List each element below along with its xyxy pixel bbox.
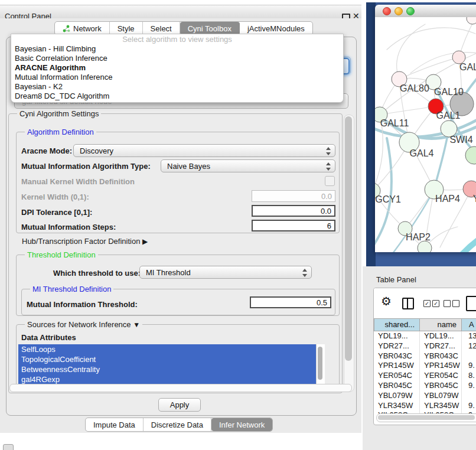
tab-label: Discretize Data xyxy=(151,420,203,429)
manual-kernel-checkbox[interactable] xyxy=(325,176,335,186)
node-label: GAL1 xyxy=(436,110,461,120)
deselect-all-icon[interactable] xyxy=(444,300,459,307)
attribute-item-selected[interactable]: SelfLoops xyxy=(18,344,323,354)
checked-box-icon: ✓ xyxy=(423,300,431,307)
threshold-definition-title: Threshold Definition xyxy=(25,250,98,259)
column-header-A[interactable]: A xyxy=(462,318,476,331)
table-row[interactable]: YER054CYER054C8. xyxy=(374,371,476,381)
tab-impute-data[interactable]: Impute Data xyxy=(86,418,144,431)
table-row[interactable]: YBL079WYBL079W xyxy=(374,391,476,401)
algorithm-option[interactable]: Basic Correlation Inference xyxy=(11,54,343,63)
close-traffic-light[interactable] xyxy=(383,7,391,15)
table-cell xyxy=(462,351,476,361)
tab-style[interactable]: Style xyxy=(110,22,143,35)
unchecked-box-icon xyxy=(444,300,451,307)
network-graph: GALGAL80GAL10GAL1GAL11SWI4GAL4GCY1HAP4YH… xyxy=(375,17,476,252)
aracne-mode-select[interactable]: Discovery xyxy=(73,144,335,157)
select-all-icon[interactable]: ✓✓ xyxy=(423,300,439,307)
collapse-down-icon: ▼ xyxy=(133,321,140,329)
node-label: GAL4 xyxy=(410,148,434,158)
mi-threshold-input[interactable] xyxy=(250,296,331,308)
mi-steps-input[interactable] xyxy=(252,220,335,231)
attribute-item-selected[interactable]: gal4RGexp xyxy=(18,374,323,384)
table-cell: 9. xyxy=(462,361,476,371)
table-horizontal-scrollbar-thumb[interactable] xyxy=(378,415,475,420)
node-label: HAP4 xyxy=(435,194,460,204)
node-partial-top[interactable] xyxy=(467,17,476,24)
mi-algorithm-type-select[interactable]: Naive Bayes xyxy=(161,159,335,172)
algorithm-option[interactable]: ARACNE Algorithm xyxy=(11,63,343,73)
which-threshold-label: Which threshold to use: xyxy=(53,269,141,278)
minimized-panel-icon[interactable] xyxy=(3,444,14,450)
tab-network[interactable]: Network xyxy=(55,22,110,35)
table-row[interactable]: YBR043CYBR043C xyxy=(374,351,476,361)
table-cell: YER054C xyxy=(374,371,420,381)
node-label: SWI4 xyxy=(449,135,472,145)
settings-horizontal-scrollbar[interactable] xyxy=(9,384,352,392)
minimize-traffic-light[interactable] xyxy=(395,7,403,15)
table-row[interactable]: YPR145WYPR145W9. xyxy=(374,361,476,371)
table-row[interactable]: YBR045CYBR045C9. xyxy=(374,381,476,391)
table-horizontal-scrollbar[interactable] xyxy=(376,413,476,422)
algorithm-option[interactable]: Mutual Information Inference xyxy=(11,73,343,82)
checked-box-icon: ✓ xyxy=(432,300,439,307)
zoom-traffic-light[interactable] xyxy=(406,7,415,15)
table-cell: YDL19... xyxy=(420,331,462,341)
tab-select[interactable]: Select xyxy=(143,22,180,35)
node-label: GAL xyxy=(459,62,476,72)
network-edge xyxy=(387,28,475,50)
which-threshold-select[interactable]: MI Threshold xyxy=(139,266,312,279)
tab-discretize-data[interactable]: Discretize Data xyxy=(144,418,211,431)
tab-infer-network[interactable]: Infer Network xyxy=(211,418,272,431)
network-edge xyxy=(397,24,425,79)
network-canvas[interactable]: GALGAL80GAL10GAL1GAL11SWI4GAL4GCY1HAP4YH… xyxy=(375,17,476,252)
table-cell: YBR045C xyxy=(374,381,420,391)
data-attributes-label: Data Attributes xyxy=(21,333,76,342)
tab-cyni-toolbox[interactable]: Cyni Toolbox xyxy=(180,22,240,35)
algorithm-option[interactable]: Bayesian - K2 xyxy=(11,82,343,92)
column-header-shared...[interactable]: shared... xyxy=(374,318,420,331)
table-cell: YBR043C xyxy=(374,351,420,361)
table-cell: 8. xyxy=(462,371,476,381)
attribute-item-selected[interactable]: BetweennessCentrality xyxy=(18,364,323,374)
unchecked-box-icon xyxy=(452,300,459,307)
table-row[interactable]: YDR27...YDR27...12 xyxy=(374,341,476,351)
node-partial-bottom[interactable] xyxy=(418,241,432,252)
tab-jactivemnodules[interactable]: jActiveMNodules xyxy=(240,22,312,35)
algorithm-dropdown-popup: Select algorithm to view settings Bayesi… xyxy=(11,34,344,103)
algorithm-definition-group: Algorithm Definition Aracne Mode: Discov… xyxy=(16,132,340,233)
table-row[interactable]: YDL19...YDL19...13 xyxy=(374,331,476,341)
network-window-titlebar[interactable] xyxy=(375,5,476,18)
algorithm-option[interactable]: Dream8 DC_TDC Algorithm xyxy=(11,92,343,101)
attribute-item-selected[interactable]: TopologicalCoefficient xyxy=(18,354,323,364)
dpi-tolerance-label: DPI Tolerance [0,1]: xyxy=(21,208,92,217)
column-browser-icon[interactable] xyxy=(402,298,414,309)
node-label: GAL80 xyxy=(400,83,429,93)
new-table-icon[interactable] xyxy=(466,296,476,311)
app-root: Control Panel ✕ NetworkStyleSelectCyni T… xyxy=(0,0,476,450)
settings-vertical-scrollbar-thumb[interactable] xyxy=(345,116,352,361)
table-row[interactable]: YLR345WYLR345W9. xyxy=(374,401,476,411)
dpi-tolerance-input[interactable] xyxy=(252,205,335,217)
hub-definition-toggle[interactable]: Hub/Transcription Factor Definition ▶ xyxy=(22,237,148,246)
sources-title[interactable]: Sources for Network Inference ▼ xyxy=(25,320,142,329)
attributes-scrollbar-thumb[interactable] xyxy=(318,347,322,380)
column-header-name[interactable]: name xyxy=(420,318,462,331)
kernel-width-input[interactable] xyxy=(252,190,335,202)
node-green-right[interactable] xyxy=(465,146,476,164)
tab-label: Style xyxy=(118,24,135,33)
algorithm-definition-title: Algorithm Definition xyxy=(25,128,96,136)
network-icon xyxy=(63,25,70,32)
table-cell: 12 xyxy=(462,341,476,351)
node-label: HAP2 xyxy=(406,232,431,242)
node-table: ⚙ ✓✓ shared...nameA YDL19...YDL19...13YD… xyxy=(373,288,476,425)
stepper-icon xyxy=(325,162,331,171)
apply-button[interactable]: Apply xyxy=(158,398,201,412)
gear-icon[interactable]: ⚙ xyxy=(381,295,392,307)
tab-label: Network xyxy=(73,24,102,33)
algorithm-option[interactable]: Bayesian - Hill Climbing xyxy=(11,44,343,54)
table-cell: 9. xyxy=(462,381,476,391)
data-attributes-list: SelfLoopsTopologicalCoefficientBetweenne… xyxy=(18,344,323,384)
tab-label: jActiveMNodules xyxy=(247,24,305,33)
node-label: GAL10 xyxy=(434,87,464,97)
